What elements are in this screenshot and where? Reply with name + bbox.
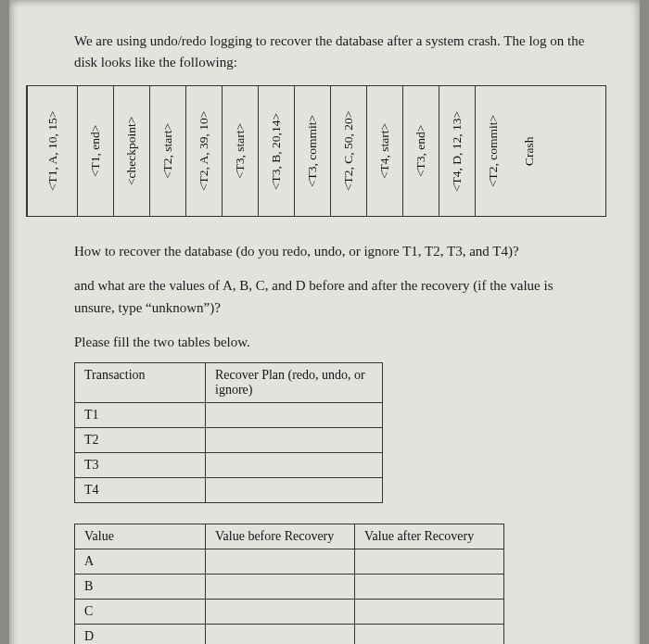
log-record-box: <T1, A, 10, 15> <T1, end> <checkpoint> <… [26,85,606,217]
log-entry: <T2, C, 50, 20> [330,86,366,216]
answer-cell[interactable] [355,600,504,625]
table-header: Transaction [75,363,206,403]
table-row: T2 [75,428,383,453]
value-name-cell: A [75,549,206,575]
question-line-3: Please fill the two tables below. [74,332,593,353]
answer-cell[interactable] [206,478,383,503]
value-name-cell: B [75,575,206,600]
table-header: Value [75,524,206,549]
answer-cell[interactable] [206,625,355,645]
log-entry: <T2, commit> [475,86,511,216]
answer-cell[interactable] [206,549,355,575]
log-entry: <T3, end> [402,86,439,216]
intro-text: We are using undo/redo logging to recove… [74,31,593,72]
answer-cell[interactable] [355,549,504,575]
answer-cell[interactable] [206,453,383,478]
log-entry: Crash [511,86,547,216]
answer-cell[interactable] [355,625,504,645]
value-name-cell: D [75,625,206,645]
table-row: B [75,575,504,600]
answer-cell[interactable] [206,428,383,453]
question-line-2: and what are the values of A, B, C, and … [74,275,593,319]
log-entry: <T2, A, 39, 10> [185,86,222,216]
log-entry: <T2, start> [149,86,185,216]
transaction-cell: T3 [75,453,206,478]
answer-cell[interactable] [206,403,383,428]
table-header: Recover Plan (redo, undo, or ignore) [206,363,383,403]
table-row: D [75,625,504,645]
answer-cell[interactable] [206,600,355,625]
log-entry: <T3, start> [222,86,258,216]
table-header: Value before Recovery [206,524,355,549]
table-row: C [75,600,504,625]
log-entry: <T1, end> [77,86,113,216]
answer-cell[interactable] [355,575,504,600]
table-header: Value after Recovery [355,524,504,549]
question-line-1: How to recover the database (do you redo… [74,241,593,262]
log-entry: <T4, D, 12, 13> [439,86,475,216]
answer-cell[interactable] [206,575,355,600]
table-row: T3 [75,453,383,478]
recover-plan-table: Transaction Recover Plan (redo, undo, or… [74,362,383,503]
log-entry: <T3, commit> [294,86,330,216]
exercise-page: We are using undo/redo logging to recove… [9,0,640,644]
table-row: A [75,549,504,575]
table-row: T1 [75,403,383,428]
log-entry: <T3, B, 20,14> [258,86,294,216]
value-name-cell: C [75,600,206,625]
transaction-cell: T2 [75,428,206,453]
transaction-cell: T4 [75,478,206,503]
log-entry: <T1, A, 10, 15> [27,86,77,216]
log-entry: <checkpoint> [113,86,149,216]
table-row: T4 [75,478,383,503]
log-entry: <T4, start> [366,86,402,216]
transaction-cell: T1 [75,403,206,428]
values-table: Value Value before Recovery Value after … [74,524,504,644]
